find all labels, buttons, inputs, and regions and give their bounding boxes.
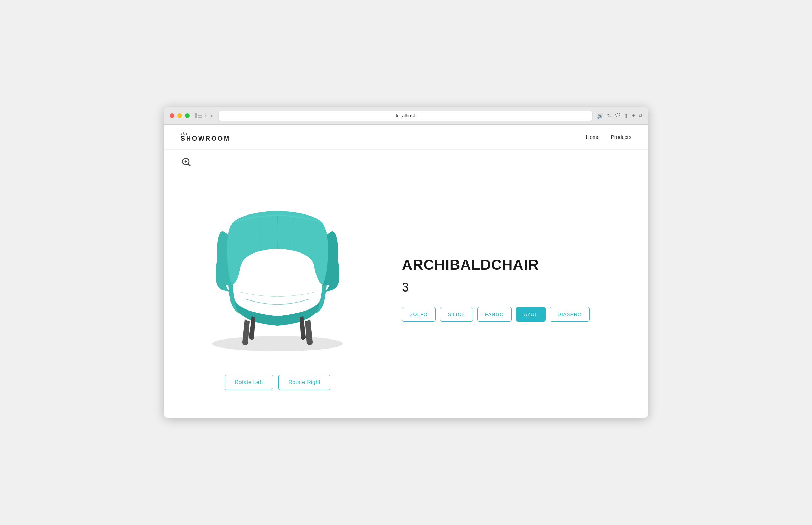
color-btn-diaspro[interactable]: DIASPRO xyxy=(550,307,590,322)
refresh-icon[interactable]: ↻ xyxy=(607,113,612,119)
browser-window: ‹ › localhost 🔊 ↻ 🛡 ⬆ + ⧉ The SHOWROO xyxy=(164,107,648,418)
navbar: The SHOWROOM Home Products xyxy=(164,125,648,150)
tab-overview-icon[interactable]: ⧉ xyxy=(639,113,642,119)
zoom-icon-container xyxy=(181,156,631,169)
forward-button[interactable]: › xyxy=(209,112,214,120)
new-tab-icon[interactable]: + xyxy=(632,113,635,119)
zoom-in-icon[interactable] xyxy=(181,156,192,168)
color-options: ZOLFO SILICE FANGO AZUL DIASPRO xyxy=(402,307,631,322)
browser-controls: ‹ › xyxy=(195,112,214,120)
color-btn-fango[interactable]: FANGO xyxy=(477,307,512,322)
browser-actions: 🔊 ↻ 🛡 ⬆ + ⧉ xyxy=(597,113,642,119)
product-name: ARCHIBALDCHAIR xyxy=(402,257,631,273)
page-content: The SHOWROOM Home Products xyxy=(164,125,648,418)
nav-link-home[interactable]: Home xyxy=(586,134,600,140)
traffic-light-green[interactable] xyxy=(185,113,190,118)
traffic-light-yellow[interactable] xyxy=(177,113,182,118)
nav-links: Home Products xyxy=(586,134,631,140)
color-btn-zolfo[interactable]: ZOLFO xyxy=(402,307,436,322)
svg-rect-3 xyxy=(198,117,202,118)
brand-logo: The SHOWROOM xyxy=(181,132,230,142)
svg-rect-0 xyxy=(195,113,197,118)
chair-svg xyxy=(191,192,364,357)
traffic-light-red[interactable] xyxy=(170,113,174,118)
chair-image-area: Rotate Left Rotate Right xyxy=(181,188,374,390)
svg-rect-2 xyxy=(198,115,202,116)
product-info: ARCHIBALDCHAIR 3 ZOLFO SILICE FANGO AZUL… xyxy=(402,257,631,322)
nav-link-products[interactable]: Products xyxy=(611,134,631,140)
brand-showroom: SHOWROOM xyxy=(181,135,230,142)
svg-line-7 xyxy=(188,164,190,166)
address-bar[interactable]: localhost xyxy=(218,111,593,121)
svg-rect-1 xyxy=(198,114,202,114)
color-btn-silice[interactable]: SILICE xyxy=(440,307,473,322)
speaker-icon[interactable]: 🔊 xyxy=(597,113,604,119)
color-btn-azul[interactable]: AZUL xyxy=(516,307,546,322)
chair-visual xyxy=(184,188,371,361)
shield-icon[interactable]: 🛡 xyxy=(615,113,621,119)
browser-chrome: ‹ › localhost 🔊 ↻ 🛡 ⬆ + ⧉ xyxy=(164,107,648,125)
product-number: 3 xyxy=(402,280,631,295)
svg-point-8 xyxy=(212,336,343,351)
share-icon[interactable]: ⬆ xyxy=(624,113,629,119)
rotate-buttons: Rotate Left Rotate Right xyxy=(225,375,330,390)
rotate-left-button[interactable]: Rotate Left xyxy=(225,375,273,390)
rotate-right-button[interactable]: Rotate Right xyxy=(278,375,331,390)
traffic-lights xyxy=(170,113,190,118)
product-section: Rotate Left Rotate Right ARCHIBALDCHAIR … xyxy=(181,174,631,404)
main-area: Rotate Left Rotate Right ARCHIBALDCHAIR … xyxy=(164,150,648,418)
back-button[interactable]: ‹ xyxy=(204,112,208,120)
sidebar-toggle-icon[interactable] xyxy=(195,113,202,118)
url-text: localhost xyxy=(396,113,415,118)
